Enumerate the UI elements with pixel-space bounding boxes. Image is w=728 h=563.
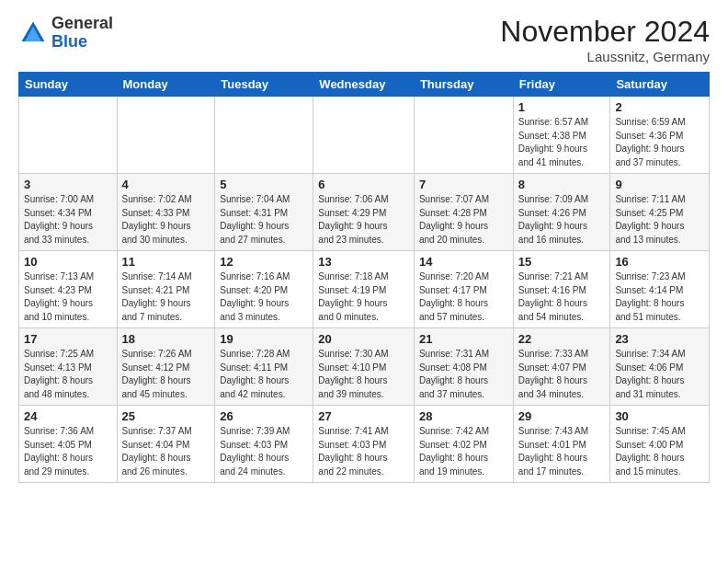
day-number: 29 bbox=[518, 409, 606, 423]
calendar-cell: 27Sunrise: 7:41 AM Sunset: 4:03 PM Dayli… bbox=[313, 406, 415, 483]
day-number: 22 bbox=[518, 332, 606, 346]
day-number: 3 bbox=[24, 178, 112, 191]
calendar-cell: 28Sunrise: 7:42 AM Sunset: 4:02 PM Dayli… bbox=[414, 406, 513, 483]
day-info: Sunrise: 7:43 AM Sunset: 4:01 PM Dayligh… bbox=[518, 425, 606, 478]
day-info: Sunrise: 6:57 AM Sunset: 4:38 PM Dayligh… bbox=[518, 116, 606, 169]
day-number: 6 bbox=[318, 178, 409, 191]
calendar-cell: 9Sunrise: 7:11 AM Sunset: 4:25 PM Daylig… bbox=[610, 174, 710, 251]
day-number: 14 bbox=[419, 255, 508, 269]
calendar-week-row: 10Sunrise: 7:13 AM Sunset: 4:23 PM Dayli… bbox=[19, 251, 710, 328]
location: Laussnitz, Germany bbox=[500, 49, 710, 64]
calendar-cell: 2Sunrise: 6:59 AM Sunset: 4:36 PM Daylig… bbox=[610, 97, 710, 174]
day-number: 11 bbox=[122, 255, 210, 269]
day-number: 1 bbox=[518, 100, 606, 114]
calendar-week-row: 3Sunrise: 7:00 AM Sunset: 4:34 PM Daylig… bbox=[19, 174, 710, 251]
day-info: Sunrise: 7:31 AM Sunset: 4:08 PM Dayligh… bbox=[419, 348, 508, 401]
day-number: 26 bbox=[220, 409, 308, 423]
calendar-cell bbox=[313, 97, 415, 174]
calendar-cell: 16Sunrise: 7:23 AM Sunset: 4:14 PM Dayli… bbox=[610, 251, 710, 328]
day-info: Sunrise: 6:59 AM Sunset: 4:36 PM Dayligh… bbox=[615, 116, 704, 169]
calendar-cell: 1Sunrise: 6:57 AM Sunset: 4:38 PM Daylig… bbox=[513, 97, 610, 174]
day-number: 5 bbox=[220, 178, 308, 191]
day-info: Sunrise: 7:02 AM Sunset: 4:33 PM Dayligh… bbox=[122, 193, 210, 247]
day-info: Sunrise: 7:23 AM Sunset: 4:14 PM Dayligh… bbox=[615, 270, 704, 324]
logo-blue: Blue bbox=[51, 32, 87, 51]
day-info: Sunrise: 7:30 AM Sunset: 4:10 PM Dayligh… bbox=[318, 348, 409, 401]
day-number: 4 bbox=[122, 178, 210, 191]
logo-icon bbox=[18, 18, 48, 48]
weekday-header: Tuesday bbox=[215, 73, 313, 97]
day-info: Sunrise: 7:28 AM Sunset: 4:11 PM Dayligh… bbox=[220, 348, 308, 401]
day-info: Sunrise: 7:07 AM Sunset: 4:28 PM Dayligh… bbox=[419, 193, 508, 247]
calendar-cell: 14Sunrise: 7:20 AM Sunset: 4:17 PM Dayli… bbox=[414, 251, 513, 328]
day-number: 20 bbox=[318, 332, 409, 346]
calendar-cell: 21Sunrise: 7:31 AM Sunset: 4:08 PM Dayli… bbox=[414, 328, 513, 406]
calendar-cell: 10Sunrise: 7:13 AM Sunset: 4:23 PM Dayli… bbox=[19, 251, 118, 328]
logo-text: General Blue bbox=[51, 15, 113, 52]
calendar-cell bbox=[414, 97, 513, 174]
day-number: 10 bbox=[24, 255, 112, 269]
calendar-cell: 18Sunrise: 7:26 AM Sunset: 4:12 PM Dayli… bbox=[117, 328, 215, 406]
weekday-header: Sunday bbox=[19, 73, 118, 97]
weekday-header: Thursday bbox=[414, 73, 513, 97]
day-number: 23 bbox=[615, 332, 704, 346]
weekday-header-row: SundayMondayTuesdayWednesdayThursdayFrid… bbox=[19, 73, 710, 97]
day-number: 12 bbox=[220, 255, 308, 269]
calendar-cell: 23Sunrise: 7:34 AM Sunset: 4:06 PM Dayli… bbox=[610, 328, 710, 406]
day-number: 17 bbox=[24, 332, 112, 346]
day-info: Sunrise: 7:21 AM Sunset: 4:16 PM Dayligh… bbox=[518, 270, 606, 324]
day-number: 24 bbox=[24, 409, 112, 423]
calendar-cell: 4Sunrise: 7:02 AM Sunset: 4:33 PM Daylig… bbox=[117, 174, 215, 251]
header: General Blue November 2024 Laussnitz, Ge… bbox=[18, 15, 710, 64]
day-info: Sunrise: 7:37 AM Sunset: 4:04 PM Dayligh… bbox=[122, 425, 210, 478]
day-number: 9 bbox=[615, 178, 704, 191]
day-info: Sunrise: 7:18 AM Sunset: 4:19 PM Dayligh… bbox=[318, 270, 409, 324]
day-number: 30 bbox=[615, 409, 704, 423]
month-title: November 2024 bbox=[500, 15, 710, 49]
weekday-header: Wednesday bbox=[313, 73, 415, 97]
day-info: Sunrise: 7:14 AM Sunset: 4:21 PM Dayligh… bbox=[122, 270, 210, 324]
day-number: 21 bbox=[419, 332, 508, 346]
calendar-cell: 26Sunrise: 7:39 AM Sunset: 4:03 PM Dayli… bbox=[215, 406, 313, 483]
day-info: Sunrise: 7:45 AM Sunset: 4:00 PM Dayligh… bbox=[615, 425, 704, 478]
calendar-cell: 24Sunrise: 7:36 AM Sunset: 4:05 PM Dayli… bbox=[19, 406, 118, 483]
day-number: 13 bbox=[318, 255, 409, 269]
day-info: Sunrise: 7:20 AM Sunset: 4:17 PM Dayligh… bbox=[419, 270, 508, 324]
day-info: Sunrise: 7:33 AM Sunset: 4:07 PM Dayligh… bbox=[518, 348, 606, 401]
page: General Blue November 2024 Laussnitz, Ge… bbox=[0, 0, 728, 563]
day-info: Sunrise: 7:36 AM Sunset: 4:05 PM Dayligh… bbox=[24, 425, 112, 478]
day-info: Sunrise: 7:06 AM Sunset: 4:29 PM Dayligh… bbox=[318, 193, 409, 247]
calendar-cell bbox=[19, 97, 118, 174]
calendar-cell: 6Sunrise: 7:06 AM Sunset: 4:29 PM Daylig… bbox=[313, 174, 415, 251]
day-info: Sunrise: 7:11 AM Sunset: 4:25 PM Dayligh… bbox=[615, 193, 704, 247]
calendar-cell: 13Sunrise: 7:18 AM Sunset: 4:19 PM Dayli… bbox=[313, 251, 415, 328]
calendar-cell: 17Sunrise: 7:25 AM Sunset: 4:13 PM Dayli… bbox=[19, 328, 118, 406]
day-info: Sunrise: 7:25 AM Sunset: 4:13 PM Dayligh… bbox=[24, 348, 112, 401]
calendar-cell: 22Sunrise: 7:33 AM Sunset: 4:07 PM Dayli… bbox=[513, 328, 610, 406]
title-block: November 2024 Laussnitz, Germany bbox=[500, 15, 710, 64]
calendar-cell: 3Sunrise: 7:00 AM Sunset: 4:34 PM Daylig… bbox=[19, 174, 118, 251]
day-info: Sunrise: 7:13 AM Sunset: 4:23 PM Dayligh… bbox=[24, 270, 112, 324]
logo: General Blue bbox=[18, 15, 113, 52]
calendar-cell: 15Sunrise: 7:21 AM Sunset: 4:16 PM Dayli… bbox=[513, 251, 610, 328]
day-number: 7 bbox=[419, 178, 508, 191]
logo-general: General bbox=[51, 14, 113, 32]
calendar-cell: 7Sunrise: 7:07 AM Sunset: 4:28 PM Daylig… bbox=[414, 174, 513, 251]
calendar-cell: 25Sunrise: 7:37 AM Sunset: 4:04 PM Dayli… bbox=[117, 406, 215, 483]
weekday-header: Monday bbox=[117, 73, 215, 97]
weekday-header: Saturday bbox=[610, 73, 710, 97]
calendar-cell: 20Sunrise: 7:30 AM Sunset: 4:10 PM Dayli… bbox=[313, 328, 415, 406]
calendar-cell: 11Sunrise: 7:14 AM Sunset: 4:21 PM Dayli… bbox=[117, 251, 215, 328]
day-info: Sunrise: 7:42 AM Sunset: 4:02 PM Dayligh… bbox=[419, 425, 508, 478]
day-info: Sunrise: 7:09 AM Sunset: 4:26 PM Dayligh… bbox=[518, 193, 606, 247]
calendar-week-row: 17Sunrise: 7:25 AM Sunset: 4:13 PM Dayli… bbox=[19, 328, 710, 406]
day-number: 18 bbox=[122, 332, 210, 346]
day-info: Sunrise: 7:34 AM Sunset: 4:06 PM Dayligh… bbox=[615, 348, 704, 401]
day-number: 25 bbox=[122, 409, 210, 423]
calendar-cell bbox=[117, 97, 215, 174]
day-number: 19 bbox=[220, 332, 308, 346]
calendar-cell: 30Sunrise: 7:45 AM Sunset: 4:00 PM Dayli… bbox=[610, 406, 710, 483]
day-info: Sunrise: 7:00 AM Sunset: 4:34 PM Dayligh… bbox=[24, 193, 112, 247]
day-number: 28 bbox=[419, 409, 508, 423]
day-info: Sunrise: 7:04 AM Sunset: 4:31 PM Dayligh… bbox=[220, 193, 308, 247]
